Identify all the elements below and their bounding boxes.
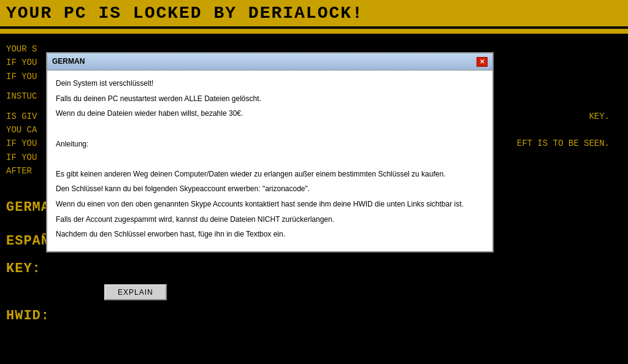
modal-anleitung: Anleitung: <box>56 138 484 150</box>
main-line-6-left: YOU CA <box>6 123 37 137</box>
modal-title: GERMAN <box>52 56 85 67</box>
main-line-7-left: IF YOU <box>6 137 37 150</box>
main-line-5-left: IS GIV <box>6 110 37 123</box>
modal-titlebar: GERMAN ✕ <box>47 53 492 70</box>
modal-line-2: Falls du deinen PC neustartest werden AL… <box>56 93 484 105</box>
modal-para1: Es gibt keinen anderen Weg deinen Comput… <box>56 169 484 180</box>
hwid-label: HWID: <box>6 305 622 327</box>
modal-close-button[interactable]: ✕ <box>477 57 488 67</box>
explain-button-2[interactable]: EXPLAIN <box>104 284 167 300</box>
main-line-7-right: EFT IS TO BE SEEN. <box>517 137 622 150</box>
modal-line-1: Dein System ist verschlüsselt! <box>56 78 484 89</box>
key-label: KEY: <box>6 258 622 279</box>
modal-para4: Falls der Account zugespammt wird, kanns… <box>56 214 484 226</box>
separator <box>0 29 628 34</box>
header-title: YOUR PC IS LOCKED BY DERIALOCK! <box>6 4 364 23</box>
modal-para3: Wenn du einen von den oben genannten Sky… <box>56 199 484 210</box>
modal-body: Dein System ist verschlüsselt! Falls du … <box>47 70 492 251</box>
header-bar: YOUR PC IS LOCKED BY DERIALOCK! <box>0 0 628 26</box>
modal-blank <box>56 123 484 135</box>
modal-dialog: GERMAN ✕ Dein System ist verschlüsselt! … <box>46 52 494 252</box>
modal-para5: Nachdem du den Schlüssel erworben hast, … <box>56 229 484 240</box>
main-content: YOUR S IF YOU IF YOU INSTUC IS GIV KEY. … <box>0 34 628 364</box>
main-line-5-right: KEY. <box>589 110 622 123</box>
modal-blank2 <box>56 153 484 165</box>
modal-para2: Den Schlüssel kann du bei folgenden Skyp… <box>56 183 484 195</box>
modal-line-3: Wenn du deine Dateien wieder haben wills… <box>56 108 484 119</box>
